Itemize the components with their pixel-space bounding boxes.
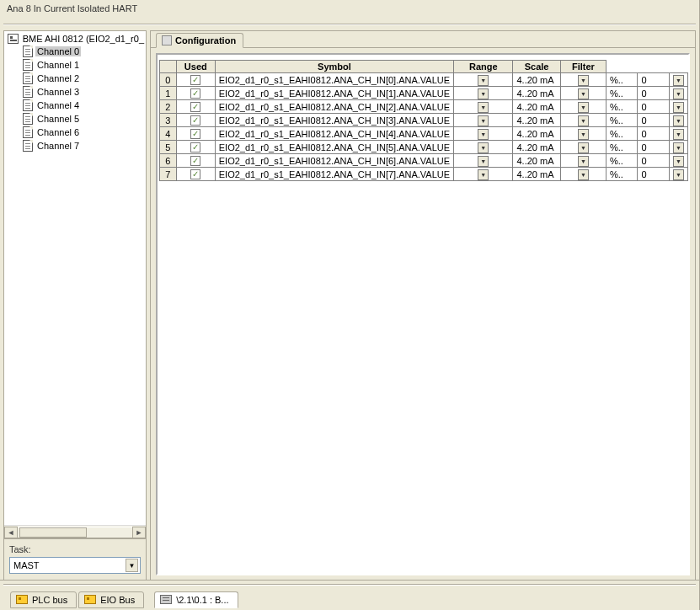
symbol-cell[interactable]: EIO2_d1_r0_s1_EAHI0812.ANA_CH_IN[6].ANA.… xyxy=(215,154,453,168)
range-cell[interactable]: 4..20 mA xyxy=(513,154,560,168)
scale-cell[interactable]: %.. xyxy=(606,168,638,181)
filter-dropdown[interactable]: ▼ xyxy=(669,168,687,181)
tree-item-channel[interactable]: Channel 1 xyxy=(23,58,146,72)
scale-cell[interactable]: %.. xyxy=(606,87,638,100)
sheet-icon xyxy=(23,126,33,138)
range-cell[interactable]: 4..20 mA xyxy=(513,87,560,100)
sheet-icon xyxy=(23,86,33,98)
filter-cell[interactable]: 0 xyxy=(638,127,669,141)
symbol-dropdown[interactable]: ▼ xyxy=(454,87,513,100)
filter-cell[interactable]: 0 xyxy=(638,141,669,154)
used-checkbox[interactable] xyxy=(190,169,200,179)
th-filter: Filter xyxy=(560,61,606,73)
range-cell[interactable]: 4..20 mA xyxy=(513,114,560,127)
tab-path[interactable]: \2.1\0.1 : B... xyxy=(154,591,238,608)
used-cell[interactable] xyxy=(176,114,215,127)
range-dropdown[interactable]: ▼ xyxy=(560,141,606,154)
range-cell[interactable]: 4..20 mA xyxy=(513,168,560,181)
tree-item-label: Channel 4 xyxy=(35,100,81,110)
scale-cell[interactable]: %.. xyxy=(606,141,638,154)
used-cell[interactable] xyxy=(176,100,215,114)
tree-item-channel[interactable]: Channel 2 xyxy=(23,72,146,85)
used-checkbox[interactable] xyxy=(190,115,200,126)
range-dropdown[interactable]: ▼ xyxy=(560,73,606,87)
used-checkbox[interactable] xyxy=(190,75,200,85)
tree-item-channel[interactable]: Channel 3 xyxy=(23,85,146,99)
symbol-dropdown[interactable]: ▼ xyxy=(454,73,513,87)
tree-item-channel[interactable]: Channel 5 xyxy=(23,112,146,126)
used-cell[interactable] xyxy=(176,73,215,87)
chevron-down-icon: ▼ xyxy=(673,129,684,140)
range-cell[interactable]: 4..20 mA xyxy=(513,141,560,154)
filter-cell[interactable]: 0 xyxy=(638,87,669,100)
scale-cell[interactable]: %.. xyxy=(606,154,638,168)
range-dropdown[interactable]: ▼ xyxy=(560,168,606,181)
symbol-dropdown[interactable]: ▼ xyxy=(454,127,513,141)
range-dropdown[interactable]: ▼ xyxy=(560,127,606,141)
scale-cell[interactable]: %.. xyxy=(606,100,638,114)
filter-dropdown[interactable]: ▼ xyxy=(669,114,687,127)
row-index: 3 xyxy=(160,114,177,127)
used-checkbox[interactable] xyxy=(190,102,200,112)
scale-cell[interactable]: %.. xyxy=(606,127,638,141)
tree-item-channel[interactable]: Channel 6 xyxy=(23,126,146,139)
used-checkbox[interactable] xyxy=(190,129,200,139)
task-select[interactable]: MAST ▼ xyxy=(9,557,141,574)
filter-dropdown[interactable]: ▼ xyxy=(669,87,687,100)
filter-cell[interactable]: 0 xyxy=(638,73,669,87)
range-cell[interactable]: 4..20 mA xyxy=(513,127,560,141)
symbol-dropdown[interactable]: ▼ xyxy=(454,168,513,181)
filter-cell[interactable]: 0 xyxy=(638,100,669,114)
range-dropdown[interactable]: ▼ xyxy=(560,114,606,127)
scroll-left-button[interactable]: ◄ xyxy=(4,527,18,538)
tree-item-channel[interactable]: Channel 0 xyxy=(23,45,146,58)
filter-dropdown[interactable]: ▼ xyxy=(669,154,687,168)
used-checkbox[interactable] xyxy=(190,88,200,99)
scale-cell[interactable]: %.. xyxy=(606,114,638,127)
tab-plc-bus[interactable]: PLC bus xyxy=(10,591,77,608)
symbol-cell[interactable]: EIO2_d1_r0_s1_EAHI0812.ANA_CH_IN[1].ANA.… xyxy=(215,87,453,100)
filter-dropdown[interactable]: ▼ xyxy=(669,73,687,87)
tree-root-node[interactable]: BME AHI 0812 (EIO2_d1_r0_ xyxy=(8,33,146,45)
symbol-cell[interactable]: EIO2_d1_r0_s1_EAHI0812.ANA_CH_IN[3].ANA.… xyxy=(215,114,453,127)
symbol-cell[interactable]: EIO2_d1_r0_s1_EAHI0812.ANA_CH_IN[2].ANA.… xyxy=(215,100,453,114)
used-checkbox[interactable] xyxy=(190,156,200,166)
scroll-right-button[interactable]: ► xyxy=(132,527,146,538)
tab-plc-label: PLC bus xyxy=(32,595,67,605)
scroll-thumb[interactable] xyxy=(19,527,87,538)
tab-eio-bus[interactable]: EIO Bus xyxy=(78,591,144,608)
filter-cell[interactable]: 0 xyxy=(638,168,669,181)
scale-cell[interactable]: %.. xyxy=(606,73,638,87)
tree-hscrollbar[interactable]: ◄ ► xyxy=(4,525,146,538)
range-cell[interactable]: 4..20 mA xyxy=(513,100,560,114)
filter-dropdown[interactable]: ▼ xyxy=(669,100,687,114)
tree-item-channel[interactable]: Channel 4 xyxy=(23,99,146,112)
symbol-cell[interactable]: EIO2_d1_r0_s1_EAHI0812.ANA_CH_IN[4].ANA.… xyxy=(215,127,453,141)
th-range: Range xyxy=(454,61,513,73)
th-scale: Scale xyxy=(513,61,560,73)
tab-configuration[interactable]: Configuration xyxy=(156,33,243,48)
range-dropdown[interactable]: ▼ xyxy=(560,87,606,100)
used-cell[interactable] xyxy=(176,87,215,100)
used-cell[interactable] xyxy=(176,127,215,141)
symbol-cell[interactable]: EIO2_d1_r0_s1_EAHI0812.ANA_CH_IN[0].ANA.… xyxy=(215,73,453,87)
symbol-cell[interactable]: EIO2_d1_r0_s1_EAHI0812.ANA_CH_IN[5].ANA.… xyxy=(215,141,453,154)
symbol-dropdown[interactable]: ▼ xyxy=(454,100,513,114)
tree-item-channel[interactable]: Channel 7 xyxy=(23,139,146,152)
used-cell[interactable] xyxy=(176,154,215,168)
symbol-dropdown[interactable]: ▼ xyxy=(454,154,513,168)
range-dropdown[interactable]: ▼ xyxy=(560,154,606,168)
filter-cell[interactable]: 0 xyxy=(638,154,669,168)
range-cell[interactable]: 4..20 mA xyxy=(513,73,560,87)
symbol-dropdown[interactable]: ▼ xyxy=(454,114,513,127)
filter-dropdown[interactable]: ▼ xyxy=(669,127,687,141)
filter-dropdown[interactable]: ▼ xyxy=(669,141,687,154)
used-cell[interactable] xyxy=(176,141,215,154)
symbol-dropdown[interactable]: ▼ xyxy=(454,141,513,154)
scroll-track[interactable] xyxy=(18,527,132,538)
range-dropdown[interactable]: ▼ xyxy=(560,100,606,114)
symbol-cell[interactable]: EIO2_d1_r0_s1_EAHI0812.ANA_CH_IN[7].ANA.… xyxy=(215,168,453,181)
used-cell[interactable] xyxy=(176,168,215,181)
filter-cell[interactable]: 0 xyxy=(638,114,669,127)
used-checkbox[interactable] xyxy=(190,142,200,152)
